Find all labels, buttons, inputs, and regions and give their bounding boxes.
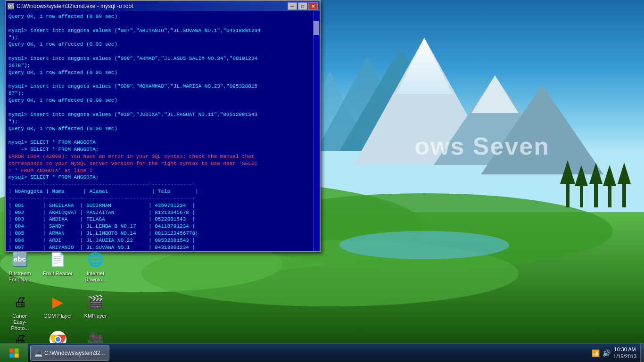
clock-date: 1/15/2013 bbox=[613, 353, 636, 360]
icon-foxit[interactable]: 📄 Foxit Reader bbox=[42, 250, 73, 277]
taskbar-cmd-label: C:\Windows\system32... bbox=[44, 350, 105, 356]
table-row-6: | 006 | ARDI | JL.JAUZIA NO.22 | 0953208… bbox=[8, 237, 309, 244]
gom-icon: ▶ bbox=[49, 292, 67, 311]
cmd-line-blank4 bbox=[8, 104, 309, 111]
svg-rect-19 bbox=[594, 181, 598, 207]
internet-download-label: InternetDownlo... bbox=[85, 271, 107, 283]
taskbar-cmd-icon: 💻 bbox=[34, 349, 42, 357]
cmd-line-15: -> SELECT * FROM ANGGOTA; bbox=[8, 146, 309, 153]
cmd-line-11: mysql> insert into anggota values ("010"… bbox=[8, 111, 309, 118]
title-left: C:\ C:\Windows\system32\cmd.exe - mysql … bbox=[8, 3, 133, 9]
cmd-error-2: corresponds to your MySQL server version… bbox=[8, 160, 309, 167]
cmd-error-3: T * FROM ANGGOTA' at line 2 bbox=[8, 167, 309, 174]
cmd-line-7: Query OK, 1 row affected (0.05 sec) bbox=[8, 69, 309, 76]
taskbar-cmd-item[interactable]: 💻 C:\Windows\system32... bbox=[30, 346, 109, 361]
foxit-label: Foxit Reader bbox=[43, 271, 73, 277]
cmd-line-1: Query OK, 1 row affected (0.09 sec) bbox=[8, 13, 309, 20]
table-row-1: | 001 | SHEILANA | SUDIRMAN | 4359701234… bbox=[8, 202, 309, 209]
cmd-line-blank5 bbox=[8, 132, 309, 139]
desktop-icons-row1: 🔤 BitstreamFont Na... 📄 Foxit Reader 🌐 I… bbox=[5, 250, 111, 283]
svg-rect-17 bbox=[580, 184, 583, 207]
svg-rect-29 bbox=[9, 348, 14, 353]
cmd-line-8: mysql> insert into anggota values ("009"… bbox=[8, 83, 309, 90]
cmd-content: Query OK, 1 row affected (0.09 sec) mysq… bbox=[8, 13, 317, 251]
cmd-line-14: mysql> SELECT * FROM ANGGOTA bbox=[8, 139, 309, 146]
cmd-line-6: 5678"); bbox=[8, 62, 309, 69]
scrollbar[interactable] bbox=[313, 11, 320, 251]
table-row-4: | 004 | SANDY | JL.LEMBA B NO.17 | 04118… bbox=[8, 223, 309, 230]
table-header-row: | NoAnggota | Nama | Alamat | Telp | bbox=[8, 188, 309, 195]
table-row-3: | 003 | ANDIXA | TELAGA | 8522081543 | bbox=[8, 216, 309, 223]
system-tray: 📶 🔊 10:30 AM 1/15/2013 bbox=[592, 346, 640, 360]
cmd-line-16: mysql> SELECT * FROM ANGGOTA; bbox=[8, 174, 309, 181]
cmd-line-5: mysql> insert into anggota values ("008"… bbox=[8, 55, 309, 62]
icon-gom[interactable]: ▶ GOM Player bbox=[42, 292, 73, 319]
cmd-line-3: "); bbox=[8, 34, 309, 41]
kmplayer-icon: 🎬 bbox=[86, 292, 105, 311]
cmd-icon: C:\ bbox=[8, 3, 14, 9]
table-divider-mid: +----------+-----------+----------------… bbox=[8, 195, 309, 202]
desktop-icons-row2: 🖨 CanonEasy-Photo... ▶ GOM Player 🎬 KMPl… bbox=[5, 292, 111, 332]
foxit-icon: 📄 bbox=[49, 250, 67, 269]
bitstream-icon: 🔤 bbox=[11, 250, 30, 269]
close-button[interactable]: ✕ bbox=[308, 2, 318, 10]
icon-internet-download[interactable]: 🌐 InternetDownlo... bbox=[80, 250, 111, 283]
windows-logo-icon bbox=[8, 347, 20, 359]
canon-easy-label: CanonEasy-Photo... bbox=[5, 313, 35, 332]
cmd-titlebar: C:\ C:\Windows\system32\cmd.exe - mysql … bbox=[6, 1, 320, 11]
table-row-5: | 005 | ARMAN | JL.LIMBOTO NO.14 | 08131… bbox=[8, 230, 309, 237]
cmd-line-blank2 bbox=[8, 48, 309, 55]
network-icon: 📶 bbox=[592, 349, 600, 357]
svg-rect-21 bbox=[608, 184, 611, 207]
svg-point-14 bbox=[339, 231, 509, 259]
svg-rect-31 bbox=[9, 353, 14, 357]
canon-easy-icon: 🖨 bbox=[11, 292, 30, 311]
cmd-line-12: "); bbox=[8, 118, 309, 125]
gom-label: GOM Player bbox=[43, 313, 72, 319]
cmd-body: Query OK, 1 row affected (0.09 sec) mysq… bbox=[6, 11, 320, 251]
cmd-line-10: Query OK, 1 row affected (0.09 sec) bbox=[8, 97, 309, 104]
start-button[interactable] bbox=[0, 344, 28, 362]
icon-canon-easy[interactable]: 🖨 CanonEasy-Photo... bbox=[5, 292, 35, 332]
internet-download-icon: 🌐 bbox=[86, 250, 105, 269]
clock[interactable]: 10:30 AM 1/15/2013 bbox=[613, 346, 636, 360]
cmd-line-blank1 bbox=[8, 20, 309, 27]
table-divider-top: +----------+-----------+----------------… bbox=[8, 181, 309, 188]
scrollbar-thumb[interactable] bbox=[314, 21, 319, 35]
minimize-button[interactable]: ─ bbox=[288, 2, 297, 10]
window-controls: ─ □ ✕ bbox=[288, 2, 318, 10]
show-desktop-button[interactable] bbox=[640, 344, 644, 362]
clock-time: 10:30 AM bbox=[613, 346, 636, 353]
svg-point-28 bbox=[56, 337, 60, 342]
bitstream-label: BitstreamFont Na... bbox=[8, 271, 31, 283]
cmd-line-9: 67"); bbox=[8, 90, 309, 97]
cmd-line-13: Query OK, 1 row affected (0.06 sec) bbox=[8, 125, 309, 132]
svg-rect-23 bbox=[622, 181, 626, 207]
kmplayer-label: KMPlayer bbox=[84, 313, 107, 319]
icon-kmplayer[interactable]: 🎬 KMPlayer bbox=[80, 292, 111, 319]
table-row-2: | 002 | AKHIDQVAT | PANJAITAN | 81213345… bbox=[8, 209, 309, 216]
svg-rect-32 bbox=[14, 353, 18, 357]
cmd-error-1: ERROR 1064 (42000): You have an error in… bbox=[8, 153, 309, 160]
cmd-line-2: mysql> insert into anggota values ("007"… bbox=[8, 27, 309, 34]
cmd-line-4: Query OK, 1 row affected (0.03 sec) bbox=[8, 41, 309, 48]
icon-bitstream[interactable]: 🔤 BitstreamFont Na... bbox=[5, 250, 35, 283]
cmd-title-text: C:\Windows\system32\cmd.exe - mysql -u r… bbox=[17, 3, 133, 9]
win7-watermark: ows Seven bbox=[414, 132, 550, 160]
maximize-button[interactable]: □ bbox=[298, 2, 307, 10]
cmd-window: C:\ C:\Windows\system32\cmd.exe - mysql … bbox=[5, 0, 321, 252]
taskbar: 💻 C:\Windows\system32... 📶 🔊 10:30 AM 1/… bbox=[0, 343, 644, 362]
svg-rect-30 bbox=[14, 348, 18, 353]
volume-icon: 🔊 bbox=[603, 349, 611, 357]
cmd-line-blank3 bbox=[8, 76, 309, 83]
